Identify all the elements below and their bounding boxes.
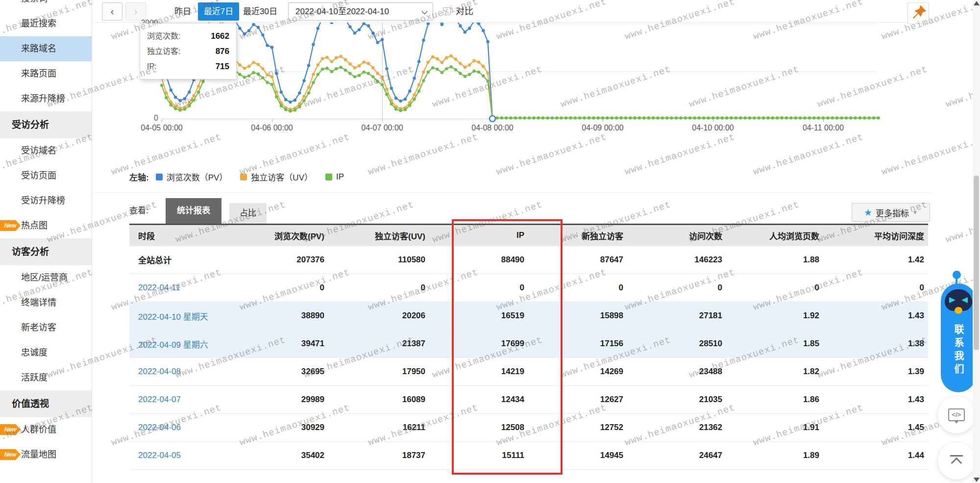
chevron-down-icon <box>421 8 428 15</box>
date-link[interactable]: 2022-04-10 星期天 <box>138 312 208 322</box>
sidebar-menu: 搜索词最近搜索来路域名来路页面来源升降榜受访分析受访域名受访页面受访升降榜New… <box>0 0 92 467</box>
metric-cell: 0 <box>823 274 928 302</box>
sidebar-item[interactable]: New人群价值 <box>0 417 92 442</box>
metric-cell: 12627 <box>528 386 627 414</box>
date-link[interactable]: 2022-04-11 <box>138 283 180 292</box>
table-header-cell: 时段 <box>129 225 246 246</box>
pushpin-icon <box>908 17 929 25</box>
date-link[interactable]: 2022-04-08 <box>138 367 181 376</box>
tab-statistics-report[interactable]: 统计报表 <box>166 198 221 224</box>
sidebar-item[interactable]: 来路页面 <box>0 61 92 86</box>
table-header-cell: 独立访客(UV) <box>328 225 429 246</box>
chevron-down-icon: ▼ <box>912 209 918 215</box>
sidebar-item[interactable]: 受访页面 <box>0 163 92 188</box>
table-header-cell: 访问次数 <box>627 225 726 246</box>
sidebar-item[interactable]: 终端详情 <box>0 290 92 315</box>
contact-us-label: 联系我们 <box>941 314 976 387</box>
sidebar-item-label: 活跃度 <box>21 373 48 382</box>
sidebar-section-header: 访客分析 <box>0 238 92 265</box>
scrollbar-up-arrow[interactable] <box>974 1 980 5</box>
metric-cell: 12752 <box>528 414 627 442</box>
sidebar-item[interactable]: 新老访客 <box>0 315 92 340</box>
robot-mouth-icon <box>955 307 962 314</box>
metric-cell: 28510 <box>627 330 726 358</box>
metric-cell: 29989 <box>246 386 328 414</box>
sidebar-item-label: 终端详情 <box>21 298 56 307</box>
robot-face-icon <box>945 289 972 311</box>
metric-cell: 20206 <box>328 302 429 330</box>
pin-button[interactable] <box>907 2 929 24</box>
sidebar-item[interactable]: 最近搜索 <box>0 11 92 36</box>
compare-checkbox[interactable] <box>443 7 451 15</box>
sidebar-item-label: 人群价值 <box>21 425 56 434</box>
metric-cell: 1.88 <box>726 246 823 274</box>
sidebar-item-label: 新老访客 <box>21 323 56 332</box>
sidebar-item[interactable]: 来源升降榜 <box>0 86 92 111</box>
sidebar-item-label: 受访页面 <box>21 171 56 180</box>
period-cell: 2022-04-08 <box>129 358 246 386</box>
feedback-button[interactable]: </> <box>938 396 975 433</box>
tooltip-label: IP: <box>147 59 157 74</box>
metric-cell: 24647 <box>627 442 726 470</box>
new-badge: New <box>0 424 21 435</box>
statistics-table: 时段浏览次数(PV)独立访客(UV)IP新独立访客访问次数人均浏览页数平均访问深… <box>129 224 928 470</box>
more-metrics-button[interactable]: ★ 更多指标 ▼ <box>852 203 930 222</box>
contact-us-widget[interactable]: 联系我们 <box>941 283 976 392</box>
traffic-trend-chart[interactable]: 01000200004-05 00:0004-06 00:0004-07 00:… <box>93 23 933 153</box>
date-link[interactable]: 2022-04-07 <box>138 395 181 404</box>
sidebar-item-label: 搜索词 <box>21 0 48 3</box>
sidebar-item-label: 受访升降榜 <box>21 196 65 205</box>
page-scrollbar[interactable] <box>973 0 980 483</box>
range-last7-button[interactable]: 最近7日 <box>198 2 239 21</box>
selected-point-marker <box>490 116 495 122</box>
date-range-select[interactable]: 2022-04-10至2022-04-10 <box>288 2 433 21</box>
main-panel: ‹ › 昨日 最近7日 最近30日 2022-04-10至2022-04-10 … <box>93 0 933 483</box>
scroll-top-icon <box>950 455 963 467</box>
table-row: 2022-04-0630929162111250812752213621.911… <box>129 414 928 442</box>
metric-cell: 1.85 <box>726 330 823 358</box>
tooltip-label: 浏览次数: <box>147 28 180 44</box>
sidebar-item[interactable]: 活跃度 <box>0 365 92 390</box>
tab-proportion[interactable]: 占比 <box>229 203 267 224</box>
sidebar-item[interactable]: New热点图 <box>0 213 92 238</box>
metric-cell: 17950 <box>328 358 429 386</box>
range-last30-button[interactable]: 最近30日 <box>243 2 277 21</box>
tooltip-value: 715 <box>216 59 229 74</box>
scrollbar-thumb[interactable] <box>974 176 979 350</box>
scroll-to-top-button[interactable] <box>938 442 975 480</box>
table-row: 全站总计20737611058088490876471462231.881.42 <box>129 246 928 274</box>
metric-cell: 16211 <box>328 414 429 442</box>
sidebar-item[interactable]: 搜索词 <box>0 0 92 11</box>
date-link[interactable]: 2022-04-09 星期六 <box>138 340 208 350</box>
range-yesterday-button[interactable]: 昨日 <box>174 2 191 21</box>
date-link[interactable]: 2022-04-06 <box>138 423 181 432</box>
metric-cell: 0 <box>726 274 823 302</box>
legend-axis-label: 左轴: <box>129 171 149 183</box>
period-cell: 2022-04-10 星期天 <box>129 302 246 330</box>
sidebar-item[interactable]: New流量地图 <box>0 442 92 467</box>
date-link[interactable]: 2022-04-05 <box>138 451 181 460</box>
legend-swatch <box>240 174 247 180</box>
metric-cell: 18737 <box>328 442 429 470</box>
tooltip-value: 876 <box>216 44 229 59</box>
sidebar-item-label: 访客分析 <box>12 247 49 257</box>
metric-cell: 14269 <box>528 358 627 386</box>
back-button[interactable]: ‹ <box>102 2 122 21</box>
more-metrics-label: 更多指标 <box>876 206 909 219</box>
tooltip-row: 浏览次数:1662 <box>147 28 229 44</box>
compare-label: 对比 <box>456 2 473 21</box>
sidebar-item[interactable]: 忠诚度 <box>0 340 92 365</box>
sidebar-item-label: 价值透视 <box>12 399 49 409</box>
sidebar-item[interactable]: 受访升降榜 <box>0 188 92 213</box>
metric-cell: 1.82 <box>726 358 823 386</box>
sidebar-item[interactable]: 地区/运营商 <box>0 265 92 290</box>
metric-cell: 35402 <box>246 442 328 470</box>
sidebar-item[interactable]: 来路域名 <box>0 36 92 61</box>
forward-button[interactable]: › <box>125 2 146 21</box>
scrollbar-down-arrow[interactable] <box>974 478 980 482</box>
metric-cell: 1.86 <box>726 386 823 414</box>
sidebar-item[interactable]: 受访域名 <box>0 138 92 163</box>
metric-cell: 21387 <box>328 330 429 358</box>
tooltip-row: IP:715 <box>147 59 229 74</box>
date-toolbar: ‹ › 昨日 最近7日 最近30日 2022-04-10至2022-04-10 … <box>93 0 933 23</box>
